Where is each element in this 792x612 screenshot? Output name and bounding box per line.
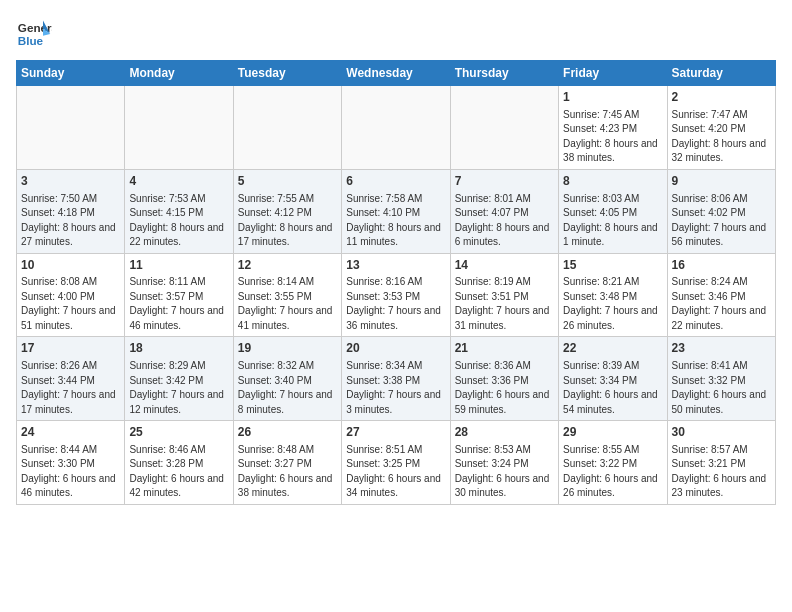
day-info: Sunrise: 8:19 AM Sunset: 3:51 PM Dayligh… xyxy=(455,275,554,333)
day-info: Sunrise: 8:11 AM Sunset: 3:57 PM Dayligh… xyxy=(129,275,228,333)
day-info: Sunrise: 8:34 AM Sunset: 3:38 PM Dayligh… xyxy=(346,359,445,417)
calendar-week-row: 24Sunrise: 8:44 AM Sunset: 3:30 PM Dayli… xyxy=(17,421,776,505)
calendar-cell xyxy=(342,86,450,170)
day-info: Sunrise: 8:48 AM Sunset: 3:27 PM Dayligh… xyxy=(238,443,337,501)
calendar-cell: 21Sunrise: 8:36 AM Sunset: 3:36 PM Dayli… xyxy=(450,337,558,421)
day-info: Sunrise: 8:14 AM Sunset: 3:55 PM Dayligh… xyxy=(238,275,337,333)
day-number: 26 xyxy=(238,424,337,441)
calendar-cell: 3Sunrise: 7:50 AM Sunset: 4:18 PM Daylig… xyxy=(17,169,125,253)
calendar-cell: 26Sunrise: 8:48 AM Sunset: 3:27 PM Dayli… xyxy=(233,421,341,505)
calendar-cell: 14Sunrise: 8:19 AM Sunset: 3:51 PM Dayli… xyxy=(450,253,558,337)
day-number: 14 xyxy=(455,257,554,274)
day-number: 29 xyxy=(563,424,662,441)
calendar-cell: 11Sunrise: 8:11 AM Sunset: 3:57 PM Dayli… xyxy=(125,253,233,337)
day-number: 28 xyxy=(455,424,554,441)
calendar-cell: 13Sunrise: 8:16 AM Sunset: 3:53 PM Dayli… xyxy=(342,253,450,337)
logo-icon: General Blue xyxy=(16,16,52,52)
calendar-cell: 1Sunrise: 7:45 AM Sunset: 4:23 PM Daylig… xyxy=(559,86,667,170)
calendar-cell: 4Sunrise: 7:53 AM Sunset: 4:15 PM Daylig… xyxy=(125,169,233,253)
day-number: 1 xyxy=(563,89,662,106)
day-info: Sunrise: 8:51 AM Sunset: 3:25 PM Dayligh… xyxy=(346,443,445,501)
day-info: Sunrise: 8:57 AM Sunset: 3:21 PM Dayligh… xyxy=(672,443,771,501)
day-info: Sunrise: 7:55 AM Sunset: 4:12 PM Dayligh… xyxy=(238,192,337,250)
day-number: 8 xyxy=(563,173,662,190)
day-number: 10 xyxy=(21,257,120,274)
day-number: 17 xyxy=(21,340,120,357)
day-number: 27 xyxy=(346,424,445,441)
calendar-week-row: 10Sunrise: 8:08 AM Sunset: 4:00 PM Dayli… xyxy=(17,253,776,337)
day-info: Sunrise: 8:46 AM Sunset: 3:28 PM Dayligh… xyxy=(129,443,228,501)
calendar-cell: 16Sunrise: 8:24 AM Sunset: 3:46 PM Dayli… xyxy=(667,253,775,337)
calendar-cell: 10Sunrise: 8:08 AM Sunset: 4:00 PM Dayli… xyxy=(17,253,125,337)
weekday-header-friday: Friday xyxy=(559,61,667,86)
day-info: Sunrise: 7:45 AM Sunset: 4:23 PM Dayligh… xyxy=(563,108,662,166)
day-number: 12 xyxy=(238,257,337,274)
day-info: Sunrise: 8:08 AM Sunset: 4:00 PM Dayligh… xyxy=(21,275,120,333)
day-number: 23 xyxy=(672,340,771,357)
day-number: 21 xyxy=(455,340,554,357)
logo: General Blue xyxy=(16,16,52,52)
weekday-header-sunday: Sunday xyxy=(17,61,125,86)
day-number: 20 xyxy=(346,340,445,357)
calendar-cell: 5Sunrise: 7:55 AM Sunset: 4:12 PM Daylig… xyxy=(233,169,341,253)
calendar-cell: 7Sunrise: 8:01 AM Sunset: 4:07 PM Daylig… xyxy=(450,169,558,253)
calendar-week-row: 17Sunrise: 8:26 AM Sunset: 3:44 PM Dayli… xyxy=(17,337,776,421)
calendar-cell: 18Sunrise: 8:29 AM Sunset: 3:42 PM Dayli… xyxy=(125,337,233,421)
day-info: Sunrise: 8:16 AM Sunset: 3:53 PM Dayligh… xyxy=(346,275,445,333)
day-number: 6 xyxy=(346,173,445,190)
day-info: Sunrise: 7:53 AM Sunset: 4:15 PM Dayligh… xyxy=(129,192,228,250)
day-number: 18 xyxy=(129,340,228,357)
calendar-cell: 19Sunrise: 8:32 AM Sunset: 3:40 PM Dayli… xyxy=(233,337,341,421)
day-info: Sunrise: 8:36 AM Sunset: 3:36 PM Dayligh… xyxy=(455,359,554,417)
day-info: Sunrise: 8:01 AM Sunset: 4:07 PM Dayligh… xyxy=(455,192,554,250)
day-number: 30 xyxy=(672,424,771,441)
weekday-header-tuesday: Tuesday xyxy=(233,61,341,86)
day-number: 11 xyxy=(129,257,228,274)
day-number: 5 xyxy=(238,173,337,190)
calendar-cell: 22Sunrise: 8:39 AM Sunset: 3:34 PM Dayli… xyxy=(559,337,667,421)
calendar-cell: 27Sunrise: 8:51 AM Sunset: 3:25 PM Dayli… xyxy=(342,421,450,505)
day-number: 3 xyxy=(21,173,120,190)
day-number: 4 xyxy=(129,173,228,190)
calendar-table: SundayMondayTuesdayWednesdayThursdayFrid… xyxy=(16,60,776,505)
calendar-cell: 9Sunrise: 8:06 AM Sunset: 4:02 PM Daylig… xyxy=(667,169,775,253)
day-info: Sunrise: 8:06 AM Sunset: 4:02 PM Dayligh… xyxy=(672,192,771,250)
day-info: Sunrise: 8:53 AM Sunset: 3:24 PM Dayligh… xyxy=(455,443,554,501)
day-number: 2 xyxy=(672,89,771,106)
day-number: 16 xyxy=(672,257,771,274)
svg-text:Blue: Blue xyxy=(18,34,44,47)
day-number: 24 xyxy=(21,424,120,441)
calendar-cell: 28Sunrise: 8:53 AM Sunset: 3:24 PM Dayli… xyxy=(450,421,558,505)
day-info: Sunrise: 8:39 AM Sunset: 3:34 PM Dayligh… xyxy=(563,359,662,417)
calendar-week-row: 3Sunrise: 7:50 AM Sunset: 4:18 PM Daylig… xyxy=(17,169,776,253)
calendar-cell: 2Sunrise: 7:47 AM Sunset: 4:20 PM Daylig… xyxy=(667,86,775,170)
day-number: 22 xyxy=(563,340,662,357)
calendar-cell: 20Sunrise: 8:34 AM Sunset: 3:38 PM Dayli… xyxy=(342,337,450,421)
calendar-cell: 23Sunrise: 8:41 AM Sunset: 3:32 PM Dayli… xyxy=(667,337,775,421)
day-info: Sunrise: 8:55 AM Sunset: 3:22 PM Dayligh… xyxy=(563,443,662,501)
day-number: 25 xyxy=(129,424,228,441)
calendar-cell: 12Sunrise: 8:14 AM Sunset: 3:55 PM Dayli… xyxy=(233,253,341,337)
calendar-cell xyxy=(233,86,341,170)
calendar-cell xyxy=(17,86,125,170)
day-info: Sunrise: 8:21 AM Sunset: 3:48 PM Dayligh… xyxy=(563,275,662,333)
calendar-cell: 15Sunrise: 8:21 AM Sunset: 3:48 PM Dayli… xyxy=(559,253,667,337)
calendar-cell xyxy=(125,86,233,170)
calendar-header-row: SundayMondayTuesdayWednesdayThursdayFrid… xyxy=(17,61,776,86)
day-number: 7 xyxy=(455,173,554,190)
day-info: Sunrise: 8:29 AM Sunset: 3:42 PM Dayligh… xyxy=(129,359,228,417)
day-number: 9 xyxy=(672,173,771,190)
weekday-header-monday: Monday xyxy=(125,61,233,86)
day-info: Sunrise: 7:47 AM Sunset: 4:20 PM Dayligh… xyxy=(672,108,771,166)
weekday-header-saturday: Saturday xyxy=(667,61,775,86)
day-number: 15 xyxy=(563,257,662,274)
day-info: Sunrise: 8:44 AM Sunset: 3:30 PM Dayligh… xyxy=(21,443,120,501)
page-header: General Blue xyxy=(16,16,776,52)
weekday-header-wednesday: Wednesday xyxy=(342,61,450,86)
day-info: Sunrise: 8:41 AM Sunset: 3:32 PM Dayligh… xyxy=(672,359,771,417)
day-info: Sunrise: 8:03 AM Sunset: 4:05 PM Dayligh… xyxy=(563,192,662,250)
calendar-cell: 8Sunrise: 8:03 AM Sunset: 4:05 PM Daylig… xyxy=(559,169,667,253)
day-info: Sunrise: 8:32 AM Sunset: 3:40 PM Dayligh… xyxy=(238,359,337,417)
calendar-week-row: 1Sunrise: 7:45 AM Sunset: 4:23 PM Daylig… xyxy=(17,86,776,170)
calendar-cell: 24Sunrise: 8:44 AM Sunset: 3:30 PM Dayli… xyxy=(17,421,125,505)
